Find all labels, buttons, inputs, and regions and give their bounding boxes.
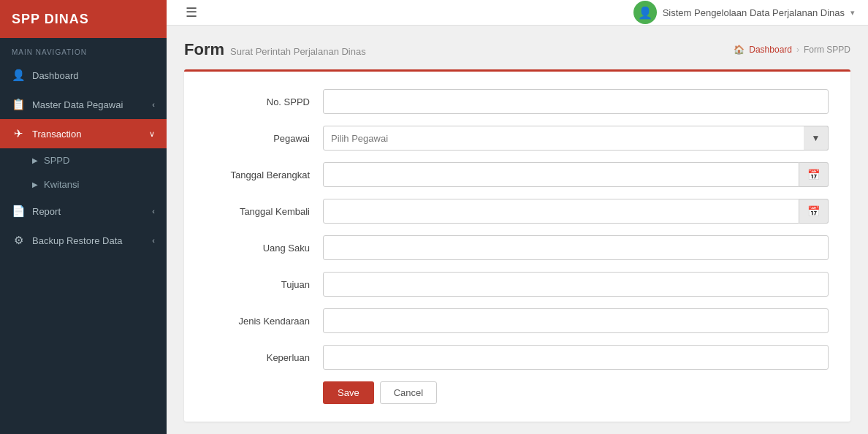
date-wrapper-kembali: 📅 xyxy=(323,199,829,224)
kwitansi-sub-arrow: ▶ xyxy=(32,180,38,189)
backup-icon: ⚙ xyxy=(12,234,25,247)
sidebar-item-label-transaction: Transaction xyxy=(32,129,81,140)
form-row-no-sppd: No. SPPD xyxy=(206,89,829,114)
master-data-icon: 📋 xyxy=(12,98,25,111)
label-tujuan: Tujuan xyxy=(206,279,323,290)
sidebar-item-report[interactable]: 📄 Report ‹ xyxy=(0,197,167,226)
breadcrumb-separator: › xyxy=(796,45,799,55)
page-header: Form Surat Perintah Perjalanan Dinas 🏠 D… xyxy=(184,40,850,59)
transaction-arrow: ∨ xyxy=(149,129,155,139)
sidebar-item-transaction[interactable]: ✈ Transaction ∨ xyxy=(0,119,167,148)
input-keperluan[interactable] xyxy=(323,345,829,370)
label-no-sppd: No. SPPD xyxy=(206,96,323,107)
sidebar: SPP DINAS MAIN NAVIGATION 👤 Dashboard 📋 … xyxy=(0,0,167,434)
sppd-label: SPPD xyxy=(44,155,69,166)
main-content: ☰ 👤 Sistem Pengelolaan Data Perjalanan D… xyxy=(167,0,868,434)
page-content: Form Surat Perintah Perjalanan Dinas 🏠 D… xyxy=(167,26,868,434)
backup-arrow: ‹ xyxy=(152,236,155,245)
label-keperluan: Keperluan xyxy=(206,352,323,363)
app-title-spp: SPP xyxy=(12,12,40,26)
kwitansi-label: Kwitansi xyxy=(44,179,79,190)
form-row-tanggal-kembali: Tanggal Kembali 📅 xyxy=(206,199,829,224)
breadcrumb-home-link[interactable]: Dashboard xyxy=(749,45,792,55)
select-pegawai[interactable]: Pilih Pegawai xyxy=(323,126,829,151)
transaction-icon: ✈ xyxy=(12,127,25,140)
input-tujuan[interactable] xyxy=(323,272,829,297)
report-arrow: ‹ xyxy=(152,207,155,216)
form-row-tanggal-berangkat: Tanggal Berangkat 📅 xyxy=(206,162,829,187)
save-button[interactable]: Save xyxy=(323,381,374,404)
page-title-sub: Surat Perintah Perjalanan Dinas xyxy=(230,46,366,57)
label-tanggal-berangkat: Tanggal Berangkat xyxy=(206,170,323,180)
select-wrapper-pegawai: Pilih Pegawai ▼ xyxy=(323,126,829,151)
label-tanggal-kembali: Tanggal Kembali xyxy=(206,206,323,217)
sidebar-sub-item-sppd[interactable]: ▶ SPPD xyxy=(0,148,167,172)
calendar-button-kembali[interactable]: 📅 xyxy=(799,199,829,224)
input-no-sppd[interactable] xyxy=(323,89,829,114)
topbar-system-name: Sistem Pengelolaan Data Perjalanan Dinas xyxy=(663,7,845,18)
label-jenis-kendaraan: Jenis Kendaraan xyxy=(206,316,323,327)
dashboard-icon: 👤 xyxy=(12,69,25,82)
form-card: No. SPPD Pegawai Pilih Pegawai ▼ Tanggal… xyxy=(184,69,850,422)
label-uang-saku: Uang Saku xyxy=(206,243,323,254)
topbar-right[interactable]: 👤 Sistem Pengelolaan Data Perjalanan Din… xyxy=(633,1,855,24)
form-row-uang-saku: Uang Saku xyxy=(206,235,829,260)
master-data-arrow: ‹ xyxy=(152,100,155,109)
calendar-button-berangkat[interactable]: 📅 xyxy=(799,162,829,187)
cancel-button[interactable]: Cancel xyxy=(380,381,437,404)
input-jenis-kendaraan[interactable] xyxy=(323,308,829,333)
sidebar-header: SPP DINAS xyxy=(0,0,167,38)
topbar-left: ☰ xyxy=(180,0,203,25)
form-row-keperluan: Keperluan xyxy=(206,345,829,370)
form-row-tujuan: Tujuan xyxy=(206,272,829,297)
input-tanggal-kembali[interactable] xyxy=(323,199,799,224)
page-title-main: Form xyxy=(184,40,224,59)
user-avatar: 👤 xyxy=(633,1,657,24)
hamburger-icon[interactable]: ☰ xyxy=(180,0,203,25)
input-tanggal-berangkat[interactable] xyxy=(323,162,799,187)
sidebar-item-label-dashboard: Dashboard xyxy=(32,70,79,81)
sidebar-item-label-report: Report xyxy=(32,206,61,217)
sidebar-section-label: MAIN NAVIGATION xyxy=(0,38,167,61)
page-title-area: Form Surat Perintah Perjalanan Dinas xyxy=(184,40,366,59)
sppd-sub-arrow: ▶ xyxy=(32,156,38,164)
input-uang-saku[interactable] xyxy=(323,235,829,260)
breadcrumb-current: Form SPPD xyxy=(804,45,850,55)
sidebar-item-label-backup: Backup Restore Data xyxy=(32,235,123,246)
form-row-jenis-kendaraan: Jenis Kendaraan xyxy=(206,308,829,333)
breadcrumb: 🏠 Dashboard › Form SPPD xyxy=(734,45,850,55)
sidebar-sub-item-kwitansi[interactable]: ▶ Kwitansi xyxy=(0,172,167,197)
form-buttons: Save Cancel xyxy=(323,381,829,404)
topbar-dropdown-arrow[interactable]: ▾ xyxy=(850,8,855,18)
topbar: ☰ 👤 Sistem Pengelolaan Data Perjalanan D… xyxy=(167,0,868,26)
sidebar-item-label-master: Master Data Pegawai xyxy=(32,99,123,110)
breadcrumb-home-icon: 🏠 xyxy=(734,45,745,55)
sidebar-item-master-data[interactable]: 📋 Master Data Pegawai ‹ xyxy=(0,90,167,119)
date-wrapper-berangkat: 📅 xyxy=(323,162,829,187)
sidebar-item-dashboard[interactable]: 👤 Dashboard xyxy=(0,61,167,90)
report-icon: 📄 xyxy=(12,205,25,218)
form-row-pegawai: Pegawai Pilih Pegawai ▼ xyxy=(206,126,829,151)
label-pegawai: Pegawai xyxy=(206,133,323,144)
app-title-bold: DINAS xyxy=(45,12,89,26)
sidebar-item-backup[interactable]: ⚙ Backup Restore Data ‹ xyxy=(0,226,167,255)
app-title: SPP DINAS xyxy=(12,12,89,27)
